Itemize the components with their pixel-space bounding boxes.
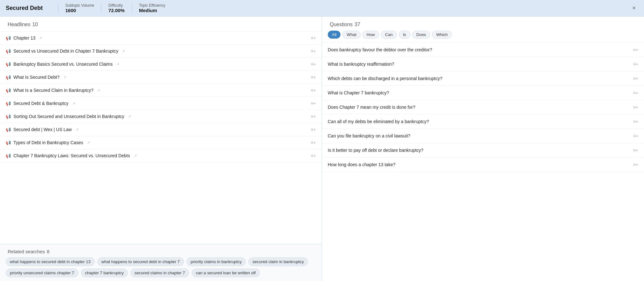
related-search-tag[interactable]: can a secured loan be written off — [192, 269, 260, 277]
headline-item[interactable]: 📢 Secured debt | Wex | US Law ↗ ≡+ — [0, 123, 322, 136]
question-item[interactable]: Which debts can be discharged in a perso… — [322, 71, 644, 86]
external-link-icon[interactable]: ↗ — [134, 154, 137, 158]
question-add-icon[interactable]: ≡+ — [633, 90, 638, 95]
megaphone-icon: 📢 — [6, 49, 11, 54]
related-search-tag[interactable]: priority unsecured claims chapter 7 — [6, 269, 78, 277]
headline-item[interactable]: 📢 Bankruptcy Basics Secured vs. Unsecure… — [0, 58, 322, 71]
headline-item[interactable]: 📢 Secured vs Unsecured Debt in Chapter 7… — [0, 45, 322, 58]
add-to-list-icon[interactable]: ≡+ — [311, 140, 316, 145]
headline-text: Secured debt | Wex | US Law — [13, 127, 72, 132]
questions-count: 37 — [355, 22, 360, 27]
filter-tab-can[interactable]: Can — [381, 31, 397, 39]
external-link-icon[interactable]: ↗ — [39, 36, 42, 40]
related-search-tag[interactable]: what happens to secured debt in chapter … — [6, 257, 95, 266]
megaphone-icon: 📢 — [6, 153, 11, 158]
headlines-header: Headlines10 — [0, 17, 322, 32]
headline-item[interactable]: 📢 Chapter 7 Bankruptcy Laws: Secured vs.… — [0, 149, 322, 162]
headline-left: 📢 Secured debt | Wex | US Law ↗ — [6, 127, 308, 132]
headline-left: 📢 Types of Debt in Bankruptcy Cases ↗ — [6, 140, 308, 145]
headline-item[interactable]: 📢 Sorting Out Secured and Unsecured Debt… — [0, 110, 322, 123]
add-to-list-icon[interactable]: ≡+ — [311, 48, 316, 54]
megaphone-icon: 📢 — [6, 114, 11, 119]
headline-left: 📢 Secured vs Unsecured Debt in Chapter 7… — [6, 48, 308, 54]
headline-item[interactable]: 📢 What Is Secured Debt? ↗ ≡+ — [0, 71, 322, 84]
headline-left: 📢 Secured Debt & Bankruptcy ↗ — [6, 101, 308, 106]
questions-label: Questions — [330, 22, 353, 27]
stat-subtopic-volume: Subtopic Volume 1600 — [58, 3, 101, 13]
external-link-icon[interactable]: ↗ — [116, 62, 119, 66]
question-item[interactable]: Does Chapter 7 mean my credit is done fo… — [322, 100, 644, 115]
related-search-tag[interactable]: secured claim in bankruptcy — [248, 257, 308, 266]
question-text: Which debts can be discharged in a perso… — [328, 76, 631, 81]
question-item[interactable]: Does bankruptcy favour the debtor over t… — [322, 43, 644, 57]
megaphone-icon: 📢 — [6, 36, 11, 41]
headline-item[interactable]: 📢 What Is a Secured Claim in Bankruptcy?… — [0, 84, 322, 97]
headline-left: 📢 What Is Secured Debt? ↗ — [6, 75, 308, 80]
add-to-list-icon[interactable]: ≡+ — [311, 153, 316, 158]
filter-tab-all[interactable]: All — [328, 31, 340, 39]
headline-text: Secured vs Unsecured Debt in Chapter 7 B… — [13, 48, 118, 54]
stat-efficiency-label: Topic Efficiency — [139, 3, 165, 8]
question-add-icon[interactable]: ≡+ — [633, 162, 638, 167]
headline-item[interactable]: 📢 Types of Debt in Bankruptcy Cases ↗ ≡+ — [0, 136, 322, 149]
filter-tab-is[interactable]: Is — [399, 31, 410, 39]
external-link-icon[interactable]: ↗ — [72, 101, 75, 106]
filter-tab-what[interactable]: What — [342, 31, 360, 39]
external-link-icon[interactable]: ↗ — [97, 88, 100, 92]
question-text: What is Chapter 7 bankruptcy? — [328, 90, 631, 95]
external-link-icon[interactable]: ↗ — [87, 141, 90, 145]
filter-tab-which[interactable]: Which — [432, 31, 452, 39]
related-search-tag[interactable]: priority claims in bankruptcy — [187, 257, 246, 266]
headline-item[interactable]: 📢 Secured Debt & Bankruptcy ↗ ≡+ — [0, 97, 322, 110]
add-to-list-icon[interactable]: ≡+ — [311, 62, 316, 67]
question-add-icon[interactable]: ≡+ — [633, 148, 638, 153]
question-add-icon[interactable]: ≡+ — [633, 76, 638, 81]
megaphone-icon: 📢 — [6, 140, 11, 145]
related-search-tag[interactable]: what happens to secured debt in chapter … — [97, 257, 184, 266]
add-to-list-icon[interactable]: ≡+ — [311, 127, 316, 132]
megaphone-icon: 📢 — [6, 62, 11, 67]
headline-text: What Is Secured Debt? — [13, 75, 60, 80]
question-item[interactable]: What is bankruptcy reaffirmation? ≡+ — [322, 57, 644, 71]
question-add-icon[interactable]: ≡+ — [633, 47, 638, 52]
question-add-icon[interactable]: ≡+ — [633, 62, 638, 67]
close-button[interactable]: × — [630, 4, 638, 13]
question-text: What is bankruptcy reaffirmation? — [328, 62, 631, 67]
external-link-icon[interactable]: ↗ — [63, 75, 66, 79]
question-item[interactable]: Is it better to pay off debt or declare … — [322, 143, 644, 158]
question-text: Does Chapter 7 mean my credit is done fo… — [328, 105, 631, 110]
headline-left: 📢 Chapter 7 Bankruptcy Laws: Secured vs.… — [6, 153, 308, 158]
external-link-icon[interactable]: ↗ — [128, 115, 131, 119]
headlines-count: 10 — [32, 22, 38, 27]
related-search-tag[interactable]: chapter 7 bankruptcy — [81, 269, 128, 277]
headline-item[interactable]: 📢 Chapter 13 ↗ ≡+ — [0, 32, 322, 45]
filter-tab-does[interactable]: Does — [412, 31, 430, 39]
add-to-list-icon[interactable]: ≡+ — [311, 88, 316, 93]
question-item[interactable]: What is Chapter 7 bankruptcy? ≡+ — [322, 86, 644, 100]
headline-text: Sorting Out Secured and Unsecured Debt i… — [13, 114, 124, 119]
headline-text: Secured Debt & Bankruptcy — [13, 101, 69, 106]
question-add-icon[interactable]: ≡+ — [633, 119, 638, 124]
question-item[interactable]: How long does a chapter 13 take? ≡+ — [322, 158, 644, 172]
related-search-tag[interactable]: secured claims in chapter 7 — [130, 269, 189, 277]
page-title: Secured Debt — [6, 5, 50, 11]
stat-difficulty-label: Difficulty — [108, 3, 125, 8]
add-to-list-icon[interactable]: ≡+ — [311, 35, 316, 41]
question-item[interactable]: Can all of my debts be eliminated by a b… — [322, 115, 644, 129]
external-link-icon[interactable]: ↗ — [76, 128, 78, 132]
question-add-icon[interactable]: ≡+ — [633, 105, 638, 110]
headline-text: Chapter 7 Bankruptcy Laws: Secured vs. U… — [13, 153, 130, 158]
add-to-list-icon[interactable]: ≡+ — [311, 114, 316, 119]
megaphone-icon: 📢 — [6, 127, 11, 132]
add-to-list-icon[interactable]: ≡+ — [311, 75, 316, 80]
stat-subtopic-label: Subtopic Volume — [65, 3, 94, 8]
filter-tab-how[interactable]: How — [362, 31, 379, 39]
question-add-icon[interactable]: ≡+ — [633, 133, 638, 138]
headlines-label: Headlines — [8, 22, 30, 27]
question-item[interactable]: Can you file bankruptcy on a civil lawsu… — [322, 129, 644, 143]
questions-header: Questions37 AllWhatHowCanIsDoesWhich — [322, 17, 644, 43]
megaphone-icon: 📢 — [6, 101, 11, 106]
add-to-list-icon[interactable]: ≡+ — [311, 101, 316, 106]
related-searches-header: Related searches8 — [6, 249, 316, 254]
external-link-icon[interactable]: ↗ — [122, 49, 125, 53]
